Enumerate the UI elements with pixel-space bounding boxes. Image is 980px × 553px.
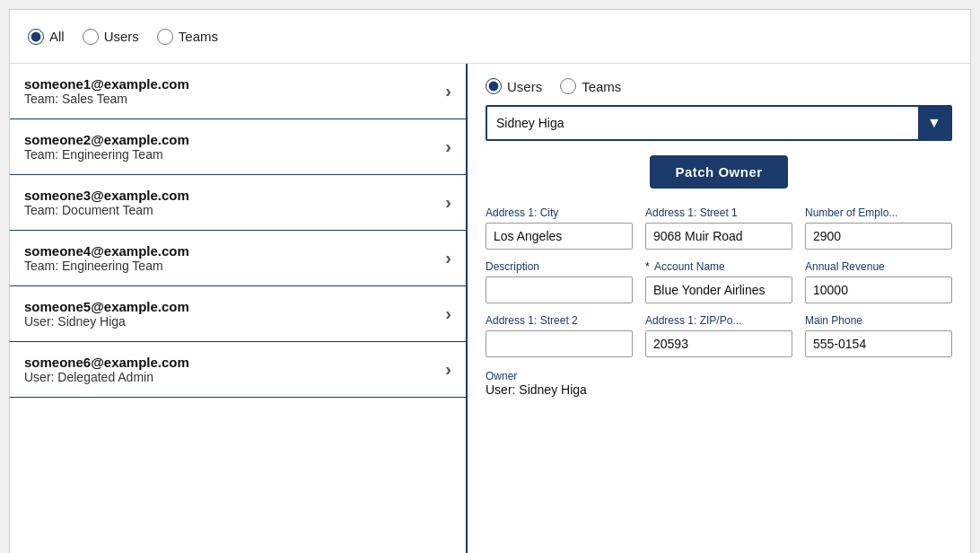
field-group: Address 1: Street 2 [486, 314, 633, 357]
field-input[interactable] [486, 330, 633, 357]
main-container: All Users Teams someone1@example.com Tea… [9, 9, 971, 553]
list-item-text: someone2@example.com Team: Engineering T… [24, 132, 189, 162]
field-input[interactable] [486, 223, 633, 250]
right-filter-teams-label: Teams [582, 79, 621, 94]
field-group: Description [486, 260, 633, 303]
owner-value: User: Sidney Higa [486, 382, 952, 397]
field-input[interactable] [805, 330, 952, 357]
right-filter-users-radio[interactable] [486, 78, 502, 94]
field-input[interactable] [645, 223, 792, 250]
field-group: Address 1: Street 1 [645, 206, 792, 250]
list-item[interactable]: someone3@example.com Team: Document Team… [10, 175, 466, 231]
field-label: Number of Emplo... [805, 206, 952, 219]
list-item-text: someone6@example.com User: Delegated Adm… [24, 355, 189, 384]
list-item-team: Team: Engineering Team [24, 147, 189, 162]
chevron-right-icon: › [445, 136, 451, 157]
list-item[interactable]: someone1@example.com Team: Sales Team › [10, 64, 466, 119]
field-label: Main Phone [805, 314, 952, 327]
left-panel: someone1@example.com Team: Sales Team › … [10, 64, 468, 553]
patch-owner-button[interactable]: Patch Owner [650, 155, 787, 189]
field-label: Address 1: Street 1 [645, 206, 792, 219]
list-item[interactable]: someone6@example.com User: Delegated Adm… [10, 342, 466, 398]
field-label: Address 1: ZIP/Po... [645, 314, 792, 327]
field-input[interactable] [645, 330, 792, 357]
right-filter-teams-radio[interactable] [560, 78, 576, 94]
list-item-text: someone3@example.com Team: Document Team [24, 188, 189, 217]
list-item-team: Team: Sales Team [24, 92, 189, 106]
chevron-right-icon: › [445, 192, 451, 213]
filter-teams[interactable]: Teams [157, 29, 218, 45]
list-item-team: User: Delegated Admin [24, 370, 189, 384]
right-filter-users-label: Users [507, 79, 542, 94]
field-group: Number of Emplo... [805, 206, 952, 250]
list-item-email: someone5@example.com [24, 299, 189, 314]
field-label: Address 1: City [486, 206, 633, 219]
list-item-email: someone6@example.com [24, 355, 189, 370]
list-item-email: someone4@example.com [24, 243, 189, 259]
filter-all-label: All [49, 29, 65, 44]
filter-users-label: Users [104, 29, 139, 44]
list-item-text: someone4@example.com Team: Engineering T… [24, 243, 189, 273]
list-item-email: someone1@example.com [24, 76, 189, 92]
field-group: Main Phone [805, 314, 952, 357]
filter-teams-radio[interactable] [157, 29, 173, 45]
field-group: Annual Revenue [805, 260, 952, 303]
field-group: * Account Name [645, 260, 792, 303]
fields-grid: Address 1: CityAddress 1: Street 1Number… [486, 206, 952, 357]
list-item-team: User: Sidney Higa [24, 314, 189, 329]
field-label: Description [486, 260, 633, 273]
chevron-right-icon: › [445, 248, 451, 268]
right-filter-users[interactable]: Users [486, 78, 542, 94]
chevron-right-icon: › [445, 303, 451, 324]
right-radio-group: Users Teams [486, 78, 952, 94]
filter-users-radio[interactable] [83, 29, 99, 45]
owner-label: Owner [486, 370, 952, 382]
right-panel: Users Teams Sidney Higa ▼ Patch Owner Ad… [468, 64, 970, 553]
list-item-text: someone1@example.com Team: Sales Team [24, 76, 189, 106]
filter-teams-label: Teams [179, 29, 218, 44]
field-label: Annual Revenue [805, 260, 952, 273]
top-bar: All Users Teams [10, 10, 970, 64]
field-group: Address 1: ZIP/Po... [645, 314, 792, 357]
field-group: Address 1: City [486, 206, 633, 250]
filter-all[interactable]: All [28, 29, 65, 45]
list-item[interactable]: someone5@example.com User: Sidney Higa › [10, 286, 466, 342]
list-item-email: someone3@example.com [24, 188, 189, 203]
chevron-right-icon: › [445, 81, 451, 101]
field-input[interactable] [645, 276, 792, 303]
field-input[interactable] [486, 276, 633, 303]
filter-all-radio[interactable] [28, 29, 44, 45]
dropdown-value: Sidney Higa [487, 109, 918, 137]
right-filter-teams[interactable]: Teams [560, 78, 621, 94]
list-item-text: someone5@example.com User: Sidney Higa [24, 299, 189, 329]
list-item[interactable]: someone2@example.com Team: Engineering T… [10, 119, 466, 175]
field-label: Address 1: Street 2 [486, 314, 633, 327]
top-filter-radio-group: All Users Teams [28, 29, 218, 45]
list-item-email: someone2@example.com [24, 132, 189, 147]
list-item[interactable]: someone4@example.com Team: Engineering T… [10, 231, 466, 286]
field-input[interactable] [805, 276, 952, 303]
required-star: * [645, 260, 652, 273]
field-input[interactable] [805, 223, 952, 250]
user-dropdown[interactable]: Sidney Higa ▼ [486, 105, 952, 141]
content-area: someone1@example.com Team: Sales Team › … [10, 64, 970, 553]
field-label: * Account Name [645, 260, 792, 273]
dropdown-arrow-icon[interactable]: ▼ [918, 107, 950, 139]
list-item-team: Team: Document Team [24, 203, 189, 217]
chevron-right-icon: › [445, 359, 451, 380]
owner-section: Owner User: Sidney Higa [486, 370, 952, 397]
list-item-team: Team: Engineering Team [24, 259, 189, 273]
filter-users[interactable]: Users [83, 29, 139, 45]
